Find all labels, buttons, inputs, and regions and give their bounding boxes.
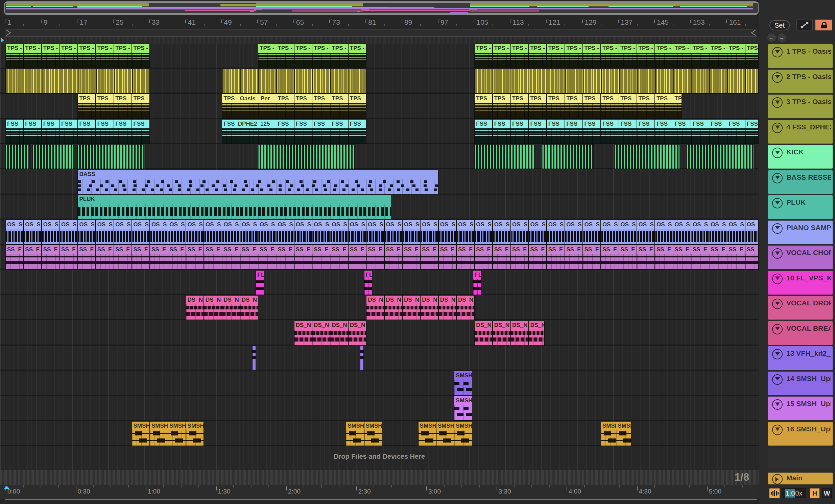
disclosure-icon[interactable] xyxy=(772,72,782,83)
clip[interactable]: OS_S xyxy=(439,220,457,245)
disclosure-icon[interactable] xyxy=(772,223,782,234)
clip[interactable]: TPS - xyxy=(96,94,114,119)
clip[interactable]: FL xyxy=(256,270,264,295)
clip[interactable]: SS_F xyxy=(547,245,565,270)
clip[interactable]: SS_F xyxy=(114,245,132,270)
time-ruler[interactable]: 0:000:301:001:302:002:303:003:304:004:30… xyxy=(0,485,759,499)
clip[interactable]: SS_F xyxy=(727,245,745,270)
clip[interactable]: DS_N xyxy=(330,320,348,345)
clip[interactable]: OS_S xyxy=(510,220,529,245)
clip[interactable]: DS_N xyxy=(312,320,330,345)
clip[interactable]: SS_F xyxy=(583,245,601,270)
clip[interactable]: SS_F xyxy=(204,245,222,270)
clip[interactable] xyxy=(474,144,534,169)
clip[interactable]: TPS - xyxy=(132,94,150,119)
clip[interactable] xyxy=(258,144,355,169)
clip[interactable]: OS_S xyxy=(601,220,619,245)
loop-start-marker[interactable] xyxy=(6,30,12,36)
clip[interactable]: OS_S xyxy=(96,220,114,245)
clip[interactable]: DS_N xyxy=(294,320,312,345)
clip[interactable]: TPS - xyxy=(637,44,655,68)
clip[interactable]: FSS_ xyxy=(312,119,330,144)
clip[interactable]: TPS - xyxy=(294,44,312,68)
clip[interactable]: TPS - xyxy=(312,44,330,68)
clip[interactable]: OS_S xyxy=(222,220,240,245)
disclosure-icon[interactable] xyxy=(772,324,782,334)
clip[interactable]: OS_S xyxy=(312,220,330,245)
clip[interactable]: FSS_ xyxy=(132,119,150,144)
clip[interactable]: TPS - xyxy=(745,44,759,68)
clip[interactable]: DS_N xyxy=(439,295,457,320)
clip[interactable]: SS_F xyxy=(312,245,330,270)
clip[interactable]: DS_N xyxy=(456,295,475,320)
clip[interactable]: DS_N xyxy=(384,295,403,320)
clip[interactable]: OS_S xyxy=(42,220,60,245)
disclosure-icon[interactable] xyxy=(772,374,782,385)
clip[interactable]: FSS_ xyxy=(528,119,547,144)
clip[interactable]: TPS - xyxy=(5,44,24,68)
disclosure-icon[interactable] xyxy=(772,399,782,410)
clip[interactable] xyxy=(33,144,73,169)
clip[interactable]: SMSH xyxy=(364,421,382,446)
clip[interactable]: FSS_ xyxy=(673,119,691,144)
clip[interactable]: TPS - xyxy=(619,94,637,119)
empty-track-slot[interactable] xyxy=(768,447,833,468)
clip[interactable]: TPS - xyxy=(276,44,294,68)
clip[interactable]: OS_S xyxy=(565,220,583,245)
clip[interactable]: TPS - xyxy=(528,94,547,119)
clip[interactable]: TPS - xyxy=(330,94,348,119)
clip[interactable] xyxy=(252,345,256,370)
clip[interactable]: SS_F xyxy=(709,245,727,270)
clip[interactable]: OS_S xyxy=(402,220,421,245)
clip[interactable] xyxy=(542,144,594,169)
clip[interactable]: SS_F xyxy=(294,245,312,270)
clip[interactable]: OS_S xyxy=(583,220,601,245)
clip[interactable]: SS_F xyxy=(348,245,366,270)
disclosure-icon[interactable] xyxy=(772,349,782,359)
clip[interactable]: OS_S xyxy=(456,220,475,245)
clip[interactable]: FSS_ xyxy=(601,119,619,144)
track-header-13[interactable]: 13 VFH_kit2_ xyxy=(768,346,833,370)
clip[interactable]: DS_N xyxy=(420,295,439,320)
clip[interactable]: FSS_ xyxy=(330,119,348,144)
clip[interactable]: SS_F xyxy=(673,245,691,270)
clip[interactable]: FSS_ xyxy=(583,119,601,144)
clip[interactable]: SS_F xyxy=(637,245,655,270)
clip[interactable]: OS_S xyxy=(745,220,759,245)
track-header-6[interactable]: BASS RESSE xyxy=(768,170,833,194)
clip[interactable]: FSS_ xyxy=(114,119,132,144)
clip[interactable] xyxy=(222,69,366,93)
track-header-16[interactable]: 16 SMSH_Upl xyxy=(768,422,833,445)
waveform-follow-button[interactable] xyxy=(769,488,779,498)
clip[interactable]: OS_S xyxy=(150,220,168,245)
clip[interactable]: SS_F xyxy=(330,245,348,270)
clip[interactable]: OS_S xyxy=(23,220,42,245)
clip[interactable]: SS_F xyxy=(691,245,709,270)
clip[interactable]: SS_F xyxy=(168,245,186,270)
clip[interactable]: SS_F xyxy=(96,245,114,270)
clip[interactable]: TPS - xyxy=(23,44,42,68)
clip[interactable]: OS_S xyxy=(330,220,348,245)
clip[interactable]: SMSH xyxy=(454,421,472,446)
clip[interactable]: TPS - xyxy=(348,94,366,119)
clip[interactable]: OS_S xyxy=(727,220,745,245)
clip[interactable]: DS_N xyxy=(492,320,511,345)
clip[interactable]: OS_S xyxy=(204,220,222,245)
clip[interactable]: OS_S xyxy=(60,220,78,245)
clip[interactable]: TPS - xyxy=(77,94,96,119)
track-header-11[interactable]: VOCAL DROP xyxy=(768,296,833,319)
clip[interactable]: TPS - xyxy=(492,94,511,119)
clip[interactable]: SMSH xyxy=(168,421,186,446)
clip[interactable]: SS_F xyxy=(384,245,403,270)
clip[interactable]: DS_N xyxy=(528,320,544,345)
disclosure-icon[interactable] xyxy=(772,148,782,158)
clip[interactable]: SMSH xyxy=(418,421,436,446)
clip[interactable]: FSS_ xyxy=(348,119,366,144)
clip[interactable]: TPS - xyxy=(474,94,492,119)
clip[interactable]: TPS - xyxy=(583,44,601,68)
play-icon[interactable] xyxy=(772,474,782,484)
clip[interactable] xyxy=(77,144,143,169)
clip[interactable]: OS_S xyxy=(186,220,204,245)
clip[interactable]: SS_F xyxy=(528,245,547,270)
clip[interactable]: TPS - xyxy=(637,94,655,119)
